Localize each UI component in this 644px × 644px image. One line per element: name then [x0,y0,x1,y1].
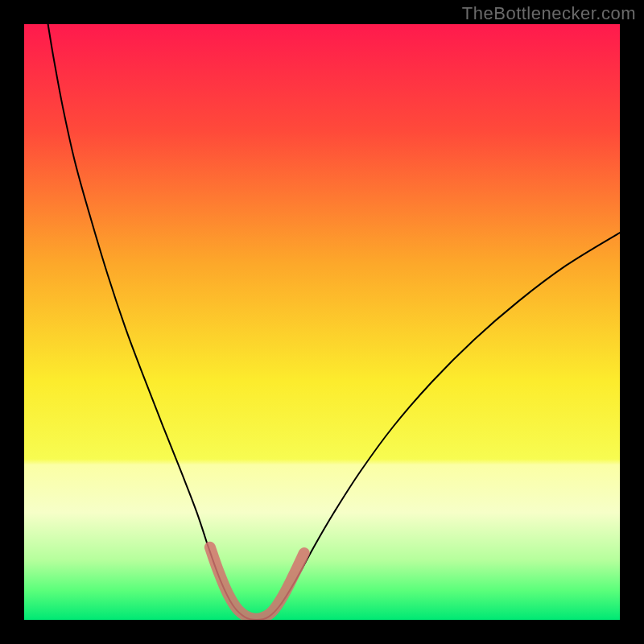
watermark-text: TheBottlenecker.com [462,3,636,24]
chart-svg [24,24,620,620]
chart-frame: TheBottlenecker.com [0,0,644,644]
plot-area [24,24,620,620]
gradient-background [24,24,620,620]
